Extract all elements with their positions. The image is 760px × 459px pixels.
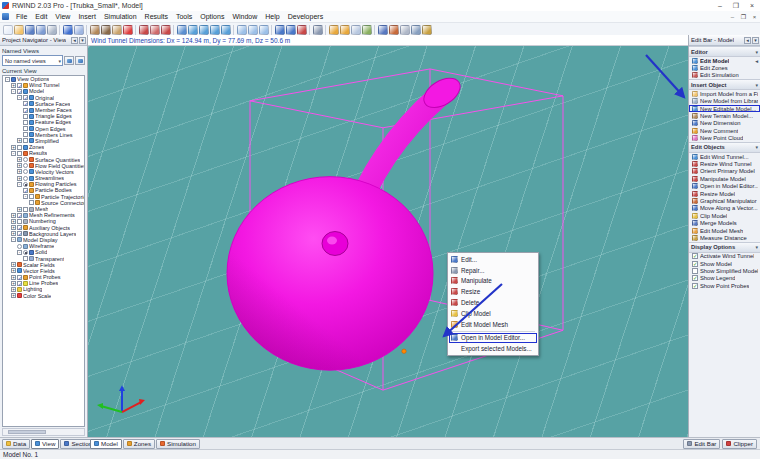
- new-editable-model-item[interactable]: New Editable Model...: [689, 105, 760, 112]
- legend-icon[interactable]: [340, 25, 350, 35]
- menu-developers[interactable]: Developers: [284, 11, 327, 22]
- open-folder-icon[interactable]: [14, 25, 24, 35]
- zoom-window-icon[interactable]: [259, 25, 269, 35]
- menu-file[interactable]: File: [12, 11, 31, 22]
- tab-simulation[interactable]: Simulation: [156, 439, 200, 449]
- panel-collapse-icon[interactable]: ◂: [71, 37, 78, 44]
- measure-distance-item[interactable]: Measure Distance: [689, 234, 760, 241]
- panel-collapse-icon[interactable]: ◂: [744, 37, 751, 44]
- tree-expander-icon[interactable]: +: [11, 275, 16, 280]
- checkbox[interactable]: ✓: [23, 101, 28, 106]
- new-comment-item[interactable]: New Comment: [689, 127, 760, 134]
- notes-icon[interactable]: [362, 25, 372, 35]
- zoom-in-icon[interactable]: [237, 25, 247, 35]
- checkbox[interactable]: [17, 151, 22, 156]
- context-clip-model[interactable]: Clip Model: [449, 308, 537, 319]
- checkbox[interactable]: ✓: [17, 231, 22, 236]
- checkbox[interactable]: ✓: [23, 95, 28, 100]
- tree-expander-icon[interactable]: +: [11, 231, 16, 236]
- menu-edit[interactable]: Edit: [31, 11, 51, 22]
- radio-button[interactable]: [23, 163, 28, 168]
- tree-horizontal-scrollbar[interactable]: [2, 428, 85, 436]
- tree-expander-icon[interactable]: +: [11, 213, 16, 218]
- document-icon[interactable]: [2, 13, 9, 20]
- checkbox[interactable]: ✓: [23, 108, 28, 113]
- print-icon[interactable]: [47, 25, 57, 35]
- tab-view[interactable]: View: [31, 439, 59, 449]
- context-open-in-model-editor[interactable]: Open in Model Editor...: [449, 333, 537, 344]
- front-view-icon[interactable]: [199, 25, 209, 35]
- mdi-minimize-button[interactable]: –: [727, 14, 738, 20]
- edit-zones-item[interactable]: Edit Zones: [689, 64, 760, 71]
- add-view-icon[interactable]: [112, 25, 122, 35]
- tree-expander-icon[interactable]: +: [11, 219, 16, 224]
- menu-window[interactable]: Window: [228, 11, 261, 22]
- export-icon[interactable]: [313, 25, 323, 35]
- clip-model-item[interactable]: Clip Model: [689, 212, 760, 219]
- tree-expander-icon[interactable]: +: [17, 169, 22, 174]
- section-header-edit-objects[interactable]: Edit Objects▾: [689, 142, 760, 153]
- resize-wind-tunnel-item[interactable]: Resize Wind Tunnel: [689, 160, 760, 167]
- tree-expander-icon[interactable]: -: [17, 250, 22, 255]
- calculate-icon[interactable]: [275, 25, 285, 35]
- context-repair[interactable]: Repair...: [449, 265, 537, 276]
- results-flag-icon[interactable]: [297, 25, 307, 35]
- context-export-selected-models[interactable]: Export selected Models...: [449, 343, 537, 354]
- tree-item-color-scale[interactable]: +Color Scale: [3, 293, 84, 299]
- tree-expander-icon[interactable]: -: [11, 237, 16, 242]
- tree-expander-icon[interactable]: -: [17, 182, 22, 187]
- merge-models-item[interactable]: Merge Models: [689, 219, 760, 226]
- show-model-item[interactable]: ✓Show Model: [689, 260, 760, 267]
- checkbox[interactable]: [23, 132, 28, 137]
- save-as-icon[interactable]: [36, 25, 46, 35]
- panel-pin-icon[interactable]: ▾: [79, 37, 86, 44]
- menu-tools[interactable]: Tools: [172, 11, 196, 22]
- radio-button[interactable]: [23, 250, 28, 255]
- checkbox[interactable]: [29, 194, 34, 199]
- section-header-display-options[interactable]: Display Options▾: [689, 242, 760, 253]
- checkbox[interactable]: ✓: [17, 213, 22, 218]
- context-resize[interactable]: Resize: [449, 286, 537, 297]
- import-model-from-a-file-item[interactable]: Import Model from a File...: [689, 90, 760, 97]
- activate-wind-tunnel-checkbox[interactable]: ✓: [692, 253, 698, 259]
- tree-expander-icon[interactable]: -: [5, 77, 10, 82]
- open-in-model-editor-item[interactable]: Open in Model Editor...: [689, 182, 760, 189]
- new-point-cloud-item[interactable]: New Point Cloud: [689, 135, 760, 142]
- new-file-icon[interactable]: [3, 25, 13, 35]
- context-delete[interactable]: Delete: [449, 297, 537, 308]
- particles-icon[interactable]: [378, 25, 388, 35]
- tree-expander-icon[interactable]: +: [11, 83, 16, 88]
- show-model-checkbox[interactable]: ✓: [692, 261, 698, 267]
- radio-button[interactable]: [23, 169, 28, 174]
- top-view-icon[interactable]: [221, 25, 231, 35]
- line-probe-icon[interactable]: [400, 25, 410, 35]
- menu-view[interactable]: View: [51, 11, 74, 22]
- context-edit-model-mesh[interactable]: Edit Model Mesh: [449, 319, 537, 330]
- menu-simulation[interactable]: Simulation: [100, 11, 141, 22]
- new-model-from-library-item[interactable]: New Model from Library...: [689, 98, 760, 105]
- tab-zones[interactable]: Zones: [123, 439, 155, 449]
- minimize-button[interactable]: –: [712, 0, 728, 11]
- checkbox[interactable]: ✓: [17, 275, 22, 280]
- show-legend-checkbox[interactable]: ✓: [692, 275, 698, 281]
- undo-icon[interactable]: [63, 25, 73, 35]
- tree-expander-icon[interactable]: +: [17, 207, 22, 212]
- tree-expander-icon[interactable]: -: [11, 151, 16, 156]
- tree-expander-icon[interactable]: -: [17, 95, 22, 100]
- activate-wind-tunnel-item[interactable]: ✓Activate Wind Tunnel: [689, 253, 760, 260]
- zones-icon[interactable]: [161, 25, 171, 35]
- tree-expander-icon[interactable]: +: [11, 281, 16, 286]
- simulation-settings-icon[interactable]: [286, 25, 296, 35]
- isometric-view-icon[interactable]: [188, 25, 198, 35]
- model-icon[interactable]: [150, 25, 160, 35]
- screenshot-icon[interactable]: [90, 25, 100, 35]
- radio-button[interactable]: [23, 176, 28, 181]
- checkbox[interactable]: [23, 114, 28, 119]
- button-edit-bar[interactable]: Edit Bar: [683, 439, 720, 449]
- move-along-a-vector-item[interactable]: Move Along a Vector...: [689, 205, 760, 212]
- named-views-select[interactable]: No named views ▾: [2, 55, 63, 66]
- show-legend-item[interactable]: ✓Show Legend: [689, 275, 760, 282]
- panel-pin-icon[interactable]: ▾: [752, 37, 759, 44]
- checkbox[interactable]: [23, 138, 28, 143]
- probe-icon[interactable]: [389, 25, 399, 35]
